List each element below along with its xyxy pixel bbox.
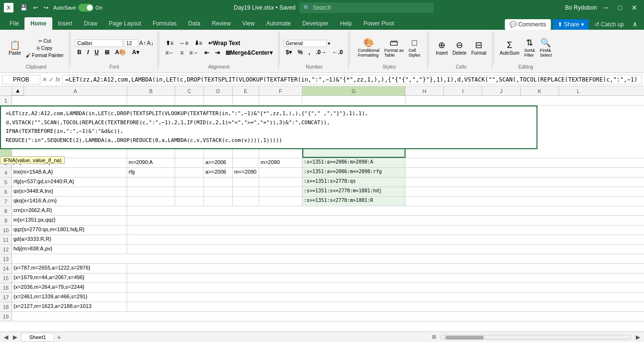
increase-font-icon[interactable]: A↑ xyxy=(139,40,146,47)
cell-d6[interactable] xyxy=(204,187,233,196)
decrease-font-icon[interactable]: A↓ xyxy=(147,40,154,47)
align-bottom-button[interactable]: ⬇≡ xyxy=(192,39,205,47)
status-options-icon[interactable]: ⊞ xyxy=(432,334,436,340)
formula-check-icon[interactable]: ✕ xyxy=(42,76,47,83)
tab-formulas[interactable]: Formulas xyxy=(147,17,182,30)
cell-d1[interactable] xyxy=(204,96,233,105)
cell-rest-15[interactable] xyxy=(127,273,644,283)
formula-input[interactable] xyxy=(62,75,642,84)
number-format-dropdown-icon[interactable]: ▾ xyxy=(328,41,330,46)
cell-b1[interactable] xyxy=(127,96,175,105)
sort-filter-button[interactable]: ⇅ Sort&Filter xyxy=(522,37,537,59)
cell-g1[interactable] xyxy=(302,96,405,105)
merge-center-button[interactable]: ⊠Merge&Center▾ xyxy=(223,48,275,57)
maximize-button[interactable]: □ xyxy=(615,3,625,12)
cell-rest-16[interactable] xyxy=(127,283,644,292)
cell-b5[interactable] xyxy=(127,177,175,187)
tab-draw[interactable]: Draw xyxy=(78,17,103,30)
cell-e5[interactable] xyxy=(233,177,259,187)
tab-insert[interactable]: Insert xyxy=(52,17,78,30)
minimize-button[interactable]: ─ xyxy=(601,3,611,12)
cell-d5[interactable] xyxy=(204,177,233,187)
cell-a8[interactable]: crn{x>2662:A,R} xyxy=(12,206,127,215)
cell-rest-4[interactable] xyxy=(405,168,644,177)
borders-button[interactable]: ⊞ xyxy=(102,48,112,57)
autosum-button[interactable]: Σ AutoSum xyxy=(498,40,521,57)
sheet-tab-sheet1[interactable]: Sheet1 xyxy=(21,333,54,342)
align-right-button[interactable]: ≡→ xyxy=(187,48,201,57)
underline-button[interactable]: U xyxy=(92,48,101,57)
align-center-button[interactable]: ≡ xyxy=(178,48,186,57)
paste-button[interactable]: 📋 Paste xyxy=(7,40,23,57)
cell-rest-5[interactable] xyxy=(405,177,644,187)
undo-icon[interactable]: ↩ xyxy=(31,3,40,12)
copy-button[interactable]: ⎘ Copy xyxy=(24,45,66,51)
cell-rest-17[interactable] xyxy=(127,293,644,302)
cell-c4[interactable] xyxy=(175,168,204,177)
tab-review[interactable]: Review xyxy=(206,17,236,30)
cell-a16[interactable]: {x=2036,m=264,a=79,s=2244} xyxy=(12,283,127,292)
redo-icon[interactable]: ↪ xyxy=(42,3,50,12)
cell-rest-7[interactable] xyxy=(405,197,644,206)
cell-f5[interactable] xyxy=(259,177,302,187)
cell-e6[interactable] xyxy=(233,187,259,196)
ribbon-collapse-button[interactable]: ∧ xyxy=(630,19,640,30)
font-name-input[interactable] xyxy=(75,39,123,47)
cell-e3[interactable] xyxy=(233,158,259,167)
cell-d4[interactable]: a>=2006 xyxy=(204,168,233,177)
cell-e1[interactable] xyxy=(233,96,259,105)
cell-rest-6[interactable] xyxy=(405,187,644,196)
cell-b3[interactable]: m>2090:A xyxy=(127,158,175,167)
name-box[interactable] xyxy=(2,75,40,84)
col-header-e[interactable]: E xyxy=(233,86,259,95)
delete-cells-button[interactable]: ⊖ Delete xyxy=(451,40,468,57)
cell-b6[interactable] xyxy=(127,187,175,196)
col-header-d[interactable]: D xyxy=(204,86,233,95)
cell-a18[interactable]: {x=2127,m=1623,a=2188,s=1013 xyxy=(12,302,127,311)
decrease-decimal-button[interactable]: ←.0 xyxy=(330,48,345,57)
currency-button[interactable]: $▾ xyxy=(284,48,295,57)
cell-c6[interactable] xyxy=(175,187,204,196)
cell-rest-18[interactable] xyxy=(127,302,644,311)
cell-a9[interactable]: in{s<1351:px,qqz} xyxy=(12,216,127,225)
formula-insert-function-icon[interactable]: fx xyxy=(56,76,60,83)
col-header-a[interactable]: A xyxy=(24,86,127,95)
percent-button[interactable]: % xyxy=(295,48,305,57)
cell-rest-10[interactable] xyxy=(127,225,644,235)
cell-rest-14[interactable] xyxy=(127,264,644,273)
cell-rest-13[interactable] xyxy=(12,254,644,263)
cell-g4[interactable]: :s<1351:a>=2006:m<=2090:rfg xyxy=(302,168,405,177)
tab-page-layout[interactable]: Page Layout xyxy=(103,17,147,30)
col-header-c[interactable]: C xyxy=(175,86,204,95)
cell-g5[interactable]: :s>=1351:s>2770:qs xyxy=(302,177,405,187)
search-input[interactable] xyxy=(299,2,434,13)
col-header-j[interactable]: J xyxy=(482,86,521,95)
scrollbar-thumb[interactable] xyxy=(445,336,484,340)
tab-power-pivot[interactable]: Power Pivot xyxy=(358,17,400,30)
cell-a17[interactable]: {x=2461,m=1339,a=466,s=291} xyxy=(12,293,127,302)
formula-accept-icon[interactable]: ✓ xyxy=(49,76,54,83)
cell-g3[interactable]: :s<1351:a>=2006:m>2090:A xyxy=(302,158,405,167)
italic-button[interactable]: I xyxy=(85,48,91,57)
align-left-button[interactable]: ≡← xyxy=(163,48,177,57)
cell-g7[interactable]: :s>=1351:s<2770:m>1801:R xyxy=(302,197,405,206)
align-middle-button[interactable]: ↔≡ xyxy=(177,39,191,47)
col-header-g[interactable]: G xyxy=(302,86,405,95)
cell-rest-11[interactable] xyxy=(127,235,644,244)
number-format-input[interactable] xyxy=(284,40,327,47)
cell-a12[interactable]: hdj{m>838:A,pv} xyxy=(12,245,127,254)
tab-home[interactable]: Home xyxy=(24,17,52,30)
cell-f7[interactable] xyxy=(259,197,302,206)
cell-c5[interactable] xyxy=(175,177,204,187)
font-size-input[interactable] xyxy=(124,39,138,47)
horizontal-scrollbar[interactable] xyxy=(440,335,632,340)
col-header-k[interactable]: K xyxy=(521,86,559,95)
comma-button[interactable]: , xyxy=(306,48,312,57)
cell-rest-19[interactable] xyxy=(12,312,644,321)
cell-c3[interactable] xyxy=(175,158,204,167)
next-sheet-button[interactable]: ▶ xyxy=(11,334,19,341)
format-painter-button[interactable]: 🖌 Format Painter xyxy=(24,52,66,59)
col-header-f[interactable]: F xyxy=(259,86,302,95)
cell-b4[interactable]: rfg xyxy=(127,168,175,177)
cell-a5[interactable]: rfg{s<537:gd,x>2440:R,A} xyxy=(12,177,127,187)
